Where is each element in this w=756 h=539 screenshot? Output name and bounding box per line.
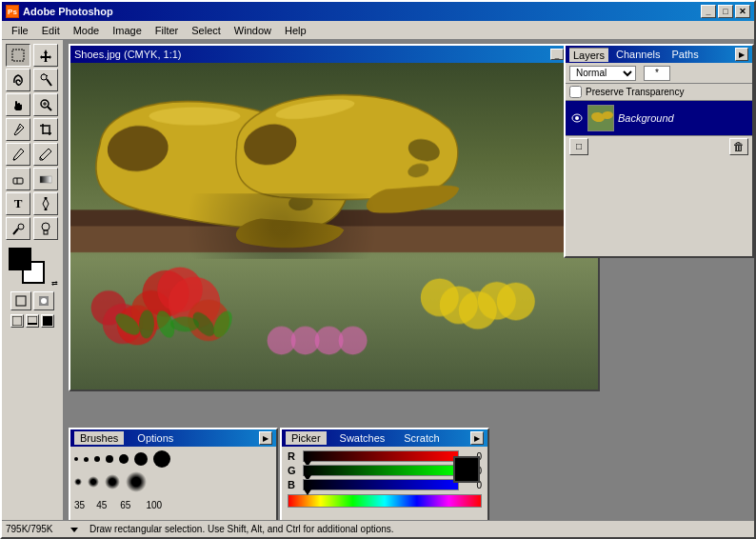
blend-mode-select[interactable]: Normal Multiply Screen — [569, 66, 636, 81]
menu-select[interactable]: Select — [186, 23, 227, 38]
b-slider-handle[interactable] — [304, 489, 311, 495]
delete-layer-button[interactable]: 🗑 — [729, 138, 748, 155]
color-preview-swatch[interactable] — [453, 456, 480, 483]
menu-mode[interactable]: Mode — [68, 23, 106, 38]
fg-color-swatch[interactable] — [9, 248, 31, 270]
brush-dot-7[interactable] — [153, 450, 170, 468]
menu-filter[interactable]: Filter — [149, 23, 184, 38]
layer-row-background[interactable]: Background — [566, 101, 752, 135]
svg-point-21 — [18, 224, 24, 230]
screen-mode-area — [6, 314, 59, 328]
brush-dot-1[interactable] — [74, 457, 78, 461]
menu-window[interactable]: Window — [229, 23, 277, 38]
tab-picker[interactable]: Picker — [286, 431, 327, 445]
tool-pencil[interactable] — [33, 143, 58, 166]
tool-pen[interactable] — [33, 192, 58, 215]
brush-dot-3[interactable] — [94, 456, 100, 462]
tab-channels[interactable]: Channels — [612, 48, 664, 62]
tab-layers[interactable]: Layers — [569, 48, 608, 62]
quick-mask-mode[interactable] — [33, 291, 54, 310]
svg-line-7 — [48, 107, 51, 110]
brushes-content: 35 45 65 100 — [70, 447, 276, 514]
brush-size-100: 100 — [146, 500, 162, 510]
color-swatch-area: ⇄ — [9, 248, 56, 288]
tool-brush[interactable] — [6, 143, 30, 166]
full-screen[interactable] — [41, 314, 54, 328]
menu-help[interactable]: Help — [279, 23, 312, 38]
picker-title-bar: Picker Swatches Scratch ▶ — [282, 429, 487, 447]
brush-sizes: 35 45 65 100 — [74, 500, 272, 510]
swap-colors-icon[interactable]: ⇄ — [51, 279, 58, 288]
brush-dot-4[interactable] — [106, 455, 113, 463]
title-bar: Ps Adobe Photoshop _ □ ✕ — [2, 2, 754, 21]
full-screen-menu[interactable] — [26, 314, 39, 328]
svg-rect-29 — [28, 316, 37, 324]
tool-gradient[interactable] — [33, 168, 58, 190]
maximize-button[interactable]: □ — [718, 5, 733, 18]
svg-rect-18 — [40, 176, 51, 183]
layers-panel: Layers Channels Paths ▶ Normal Multiply … — [564, 44, 754, 258]
status-arrow-button[interactable] — [70, 524, 82, 535]
brush-soft-4[interactable] — [126, 471, 147, 492]
tool-clone-stamp[interactable] — [33, 217, 58, 240]
layers-expand-button[interactable]: ▶ — [735, 48, 748, 61]
main-content: T ⇄ — [2, 40, 754, 537]
b-slider[interactable] — [303, 479, 459, 490]
quick-mask-area — [6, 291, 59, 310]
brush-dot-6[interactable] — [134, 452, 148, 466]
brush-dot-2[interactable] — [84, 457, 89, 462]
svg-marker-1 — [40, 50, 51, 62]
layer-visibility-eye[interactable] — [570, 111, 584, 125]
status-bar: 795K/795K Draw rectangular selection. Us… — [2, 520, 754, 537]
brush-dot-5[interactable] — [119, 454, 129, 464]
brushes-expand-button[interactable]: ▶ — [259, 431, 272, 445]
standard-mode[interactable] — [10, 291, 31, 310]
svg-point-33 — [575, 116, 579, 120]
svg-point-27 — [41, 298, 47, 304]
tool-crop[interactable] — [33, 118, 58, 141]
menu-edit[interactable]: Edit — [36, 23, 66, 38]
tool-dodge[interactable] — [6, 217, 30, 240]
svg-point-23 — [42, 223, 50, 230]
picker-panel: Picker Swatches Scratch ▶ R 0 — [280, 428, 489, 532]
picker-expand-button[interactable]: ▶ — [470, 431, 484, 445]
tool-eraser[interactable] — [6, 168, 30, 190]
brush-row-2 — [74, 471, 272, 492]
tool-move[interactable] — [33, 44, 58, 67]
tool-eyedropper[interactable] — [6, 118, 30, 141]
tool-lasso[interactable] — [6, 69, 30, 91]
brush-size-35: 35 — [74, 500, 85, 510]
new-layer-button[interactable]: □ — [569, 138, 588, 155]
svg-line-5 — [47, 75, 48, 76]
tool-hand[interactable] — [6, 93, 30, 116]
tool-magic-wand[interactable] — [33, 69, 58, 91]
brush-soft-1[interactable] — [74, 478, 82, 486]
layers-bottom-bar: □ 🗑 — [566, 135, 752, 156]
svg-marker-34 — [70, 528, 78, 532]
rainbow-strip[interactable] — [288, 494, 482, 508]
tab-swatches[interactable]: Swatches — [334, 431, 391, 445]
minimize-button[interactable]: _ — [701, 5, 716, 18]
preserve-transparency-checkbox[interactable] — [569, 86, 582, 98]
tool-type[interactable]: T — [6, 192, 30, 215]
close-button[interactable]: ✕ — [735, 5, 750, 18]
image-minimize-button[interactable]: _ — [550, 49, 564, 60]
menu-image[interactable]: Image — [107, 23, 148, 38]
tool-zoom[interactable] — [33, 93, 58, 116]
menu-bar: File Edit Mode Image Filter Select Windo… — [2, 21, 754, 40]
tool-grid: T — [6, 44, 59, 240]
g-slider[interactable] — [303, 465, 459, 476]
tool-marquee[interactable] — [6, 44, 30, 67]
image-window: Shoes.jpg (CMYK, 1:1) _ □ ✕ — [69, 44, 600, 391]
opacity-input[interactable] — [644, 66, 670, 81]
brush-soft-3[interactable] — [105, 474, 120, 489]
brush-soft-2[interactable] — [88, 476, 99, 488]
svg-rect-16 — [13, 178, 23, 184]
tab-brushes[interactable]: Brushes — [74, 431, 124, 445]
tab-options[interactable]: Options — [131, 431, 179, 445]
tab-paths[interactable]: Paths — [668, 48, 703, 62]
r-slider[interactable] — [303, 450, 459, 462]
standard-screen[interactable] — [10, 314, 24, 328]
menu-file[interactable]: File — [6, 23, 34, 38]
tab-scratch[interactable]: Scratch — [398, 431, 445, 445]
